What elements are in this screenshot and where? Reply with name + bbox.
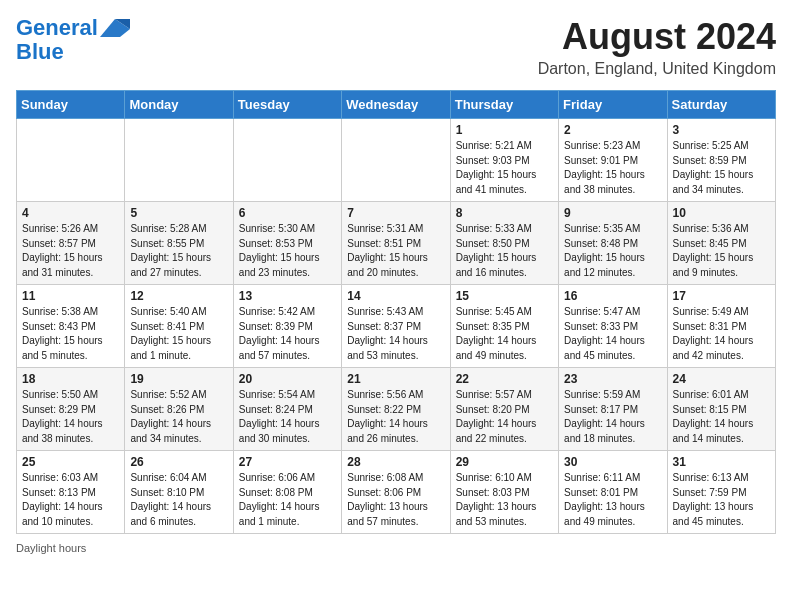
day-info: Sunrise: 5:30 AM Sunset: 8:53 PM Dayligh… [239,222,336,280]
calendar-cell: 29Sunrise: 6:10 AM Sunset: 8:03 PM Dayli… [450,451,558,534]
calendar-cell: 4Sunrise: 5:26 AM Sunset: 8:57 PM Daylig… [17,202,125,285]
calendar-cell: 25Sunrise: 6:03 AM Sunset: 8:13 PM Dayli… [17,451,125,534]
calendar-cell: 21Sunrise: 5:56 AM Sunset: 8:22 PM Dayli… [342,368,450,451]
calendar-cell: 10Sunrise: 5:36 AM Sunset: 8:45 PM Dayli… [667,202,775,285]
day-number: 30 [564,455,661,469]
calendar-cell: 24Sunrise: 6:01 AM Sunset: 8:15 PM Dayli… [667,368,775,451]
day-number: 23 [564,372,661,386]
logo-text: General [16,16,98,40]
day-header: Saturday [667,91,775,119]
day-number: 31 [673,455,770,469]
day-info: Sunrise: 6:11 AM Sunset: 8:01 PM Dayligh… [564,471,661,529]
day-number: 3 [673,123,770,137]
day-number: 9 [564,206,661,220]
day-info: Sunrise: 6:04 AM Sunset: 8:10 PM Dayligh… [130,471,227,529]
calendar-cell: 13Sunrise: 5:42 AM Sunset: 8:39 PM Dayli… [233,285,341,368]
day-info: Sunrise: 5:33 AM Sunset: 8:50 PM Dayligh… [456,222,553,280]
calendar-week-row: 11Sunrise: 5:38 AM Sunset: 8:43 PM Dayli… [17,285,776,368]
calendar-cell: 19Sunrise: 5:52 AM Sunset: 8:26 PM Dayli… [125,368,233,451]
calendar-cell: 7Sunrise: 5:31 AM Sunset: 8:51 PM Daylig… [342,202,450,285]
calendar-cell: 26Sunrise: 6:04 AM Sunset: 8:10 PM Dayli… [125,451,233,534]
day-number: 12 [130,289,227,303]
day-info: Sunrise: 5:40 AM Sunset: 8:41 PM Dayligh… [130,305,227,363]
day-info: Sunrise: 5:47 AM Sunset: 8:33 PM Dayligh… [564,305,661,363]
calendar-cell: 22Sunrise: 5:57 AM Sunset: 8:20 PM Dayli… [450,368,558,451]
calendar-cell [342,119,450,202]
day-number: 10 [673,206,770,220]
day-number: 14 [347,289,444,303]
location-title: Darton, England, United Kingdom [538,60,776,78]
day-number: 4 [22,206,119,220]
calendar-cell: 20Sunrise: 5:54 AM Sunset: 8:24 PM Dayli… [233,368,341,451]
day-info: Sunrise: 5:35 AM Sunset: 8:48 PM Dayligh… [564,222,661,280]
calendar-week-row: 25Sunrise: 6:03 AM Sunset: 8:13 PM Dayli… [17,451,776,534]
day-info: Sunrise: 5:25 AM Sunset: 8:59 PM Dayligh… [673,139,770,197]
day-info: Sunrise: 5:42 AM Sunset: 8:39 PM Dayligh… [239,305,336,363]
day-number: 19 [130,372,227,386]
day-info: Sunrise: 6:13 AM Sunset: 7:59 PM Dayligh… [673,471,770,529]
day-header: Friday [559,91,667,119]
calendar-cell: 3Sunrise: 5:25 AM Sunset: 8:59 PM Daylig… [667,119,775,202]
day-info: Sunrise: 5:28 AM Sunset: 8:55 PM Dayligh… [130,222,227,280]
logo: General Blue [16,16,130,64]
day-info: Sunrise: 5:36 AM Sunset: 8:45 PM Dayligh… [673,222,770,280]
day-info: Sunrise: 5:45 AM Sunset: 8:35 PM Dayligh… [456,305,553,363]
day-number: 8 [456,206,553,220]
day-number: 5 [130,206,227,220]
day-header: Sunday [17,91,125,119]
calendar-cell: 23Sunrise: 5:59 AM Sunset: 8:17 PM Dayli… [559,368,667,451]
calendar-cell: 11Sunrise: 5:38 AM Sunset: 8:43 PM Dayli… [17,285,125,368]
calendar-week-row: 18Sunrise: 5:50 AM Sunset: 8:29 PM Dayli… [17,368,776,451]
day-number: 6 [239,206,336,220]
days-header-row: SundayMondayTuesdayWednesdayThursdayFrid… [17,91,776,119]
day-header: Monday [125,91,233,119]
day-number: 29 [456,455,553,469]
day-info: Sunrise: 6:01 AM Sunset: 8:15 PM Dayligh… [673,388,770,446]
calendar-cell: 8Sunrise: 5:33 AM Sunset: 8:50 PM Daylig… [450,202,558,285]
day-info: Sunrise: 5:59 AM Sunset: 8:17 PM Dayligh… [564,388,661,446]
day-info: Sunrise: 5:31 AM Sunset: 8:51 PM Dayligh… [347,222,444,280]
calendar-week-row: 4Sunrise: 5:26 AM Sunset: 8:57 PM Daylig… [17,202,776,285]
logo-icon [100,19,130,37]
day-number: 7 [347,206,444,220]
logo-text-blue: Blue [16,40,64,64]
day-number: 21 [347,372,444,386]
day-info: Sunrise: 5:49 AM Sunset: 8:31 PM Dayligh… [673,305,770,363]
day-info: Sunrise: 5:57 AM Sunset: 8:20 PM Dayligh… [456,388,553,446]
day-number: 16 [564,289,661,303]
day-number: 20 [239,372,336,386]
day-number: 27 [239,455,336,469]
calendar-cell: 6Sunrise: 5:30 AM Sunset: 8:53 PM Daylig… [233,202,341,285]
calendar-cell: 30Sunrise: 6:11 AM Sunset: 8:01 PM Dayli… [559,451,667,534]
calendar-cell: 31Sunrise: 6:13 AM Sunset: 7:59 PM Dayli… [667,451,775,534]
calendar-cell: 12Sunrise: 5:40 AM Sunset: 8:41 PM Dayli… [125,285,233,368]
day-number: 17 [673,289,770,303]
day-info: Sunrise: 5:52 AM Sunset: 8:26 PM Dayligh… [130,388,227,446]
calendar-cell [17,119,125,202]
month-title: August 2024 [538,16,776,58]
day-info: Sunrise: 5:56 AM Sunset: 8:22 PM Dayligh… [347,388,444,446]
calendar-cell [233,119,341,202]
footer-note: Daylight hours [16,542,776,554]
calendar-cell: 15Sunrise: 5:45 AM Sunset: 8:35 PM Dayli… [450,285,558,368]
calendar-cell: 1Sunrise: 5:21 AM Sunset: 9:03 PM Daylig… [450,119,558,202]
day-info: Sunrise: 6:03 AM Sunset: 8:13 PM Dayligh… [22,471,119,529]
day-header: Thursday [450,91,558,119]
day-info: Sunrise: 5:50 AM Sunset: 8:29 PM Dayligh… [22,388,119,446]
calendar-cell: 5Sunrise: 5:28 AM Sunset: 8:55 PM Daylig… [125,202,233,285]
day-number: 25 [22,455,119,469]
day-info: Sunrise: 5:21 AM Sunset: 9:03 PM Dayligh… [456,139,553,197]
title-area: August 2024 Darton, England, United King… [538,16,776,78]
day-info: Sunrise: 5:54 AM Sunset: 8:24 PM Dayligh… [239,388,336,446]
day-info: Sunrise: 6:10 AM Sunset: 8:03 PM Dayligh… [456,471,553,529]
day-info: Sunrise: 5:26 AM Sunset: 8:57 PM Dayligh… [22,222,119,280]
day-header: Wednesday [342,91,450,119]
day-info: Sunrise: 6:06 AM Sunset: 8:08 PM Dayligh… [239,471,336,529]
calendar-cell: 16Sunrise: 5:47 AM Sunset: 8:33 PM Dayli… [559,285,667,368]
header: General Blue August 2024 Darton, England… [16,16,776,78]
day-number: 1 [456,123,553,137]
calendar-cell: 18Sunrise: 5:50 AM Sunset: 8:29 PM Dayli… [17,368,125,451]
calendar-cell [125,119,233,202]
day-info: Sunrise: 5:43 AM Sunset: 8:37 PM Dayligh… [347,305,444,363]
day-number: 2 [564,123,661,137]
